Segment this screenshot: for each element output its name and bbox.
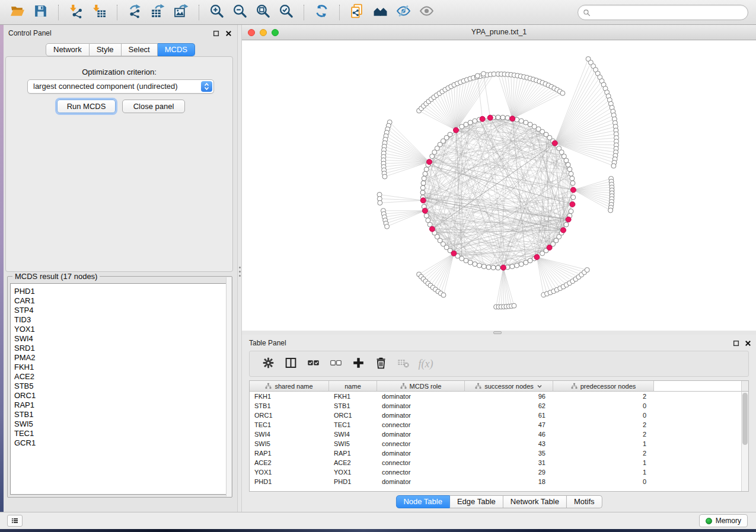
tab-select[interactable]: Select [122, 43, 158, 56]
mcds-result-item[interactable]: YOX1 [11, 325, 229, 334]
criterion-select[interactable]: largest connected component (undirected) [27, 79, 214, 94]
float-panel-button[interactable] [212, 30, 219, 37]
table-scroll-corner [741, 381, 748, 392]
import-network-button[interactable] [65, 2, 88, 23]
column-header-MCDS-role[interactable]: MCDS role [377, 381, 465, 392]
tab-mcds[interactable]: MCDS [158, 43, 195, 56]
search-field[interactable] [578, 5, 748, 20]
apply-layout-button[interactable] [310, 2, 333, 23]
table-row[interactable]: FKH1FKH1dominator962 [250, 392, 741, 401]
table-row[interactable]: SWI5SWI5connector431 [250, 439, 741, 448]
mcds-result-item[interactable]: STB1 [11, 410, 229, 419]
memory-button[interactable]: Memory [699, 514, 748, 527]
search-input[interactable] [594, 8, 743, 17]
mcds-result-item[interactable]: RAP1 [11, 400, 229, 410]
mcds-result-item[interactable]: FKH1 [11, 363, 229, 372]
mcds-result-item[interactable]: ACE2 [11, 372, 229, 382]
tab-edge-table[interactable]: Edge Table [450, 495, 503, 508]
tab-style[interactable]: Style [90, 43, 122, 56]
horizontal-splitter[interactable] [242, 331, 756, 335]
hide-selected-button[interactable] [392, 2, 415, 23]
column-header-shared-name[interactable]: shared name [250, 381, 329, 392]
mcds-result-item[interactable]: CAR1 [11, 296, 229, 306]
show-all-button[interactable] [415, 2, 438, 23]
mcds-result-item[interactable]: SWI5 [11, 419, 229, 429]
table-toolbar: f(x) [249, 351, 749, 377]
mcds-result-item[interactable]: PHD1 [11, 284, 229, 296]
vertical-splitter[interactable] [237, 25, 242, 512]
save-session-button[interactable] [29, 2, 52, 23]
table-cell: ORC1 [250, 411, 329, 420]
export-image-icon [174, 4, 189, 21]
tab-motifs[interactable]: Motifs [567, 495, 602, 508]
toolbar-separator [117, 5, 117, 20]
table-settings-button[interactable] [257, 353, 279, 374]
close-panel-button[interactable] [225, 30, 232, 37]
table-cell: 47 [465, 420, 553, 430]
column-header-predecessor-nodes[interactable]: predecessor nodes [553, 381, 654, 392]
export-table-button[interactable] [146, 2, 170, 23]
table-row[interactable]: ORC1ORC1dominator610 [250, 411, 741, 420]
run-mcds-button[interactable]: Run MCDS [57, 100, 116, 113]
mcds-result-scrollbar[interactable] [226, 277, 231, 496]
open-file-button[interactable] [6, 2, 29, 23]
mcds-result-item[interactable]: SRD1 [11, 344, 229, 353]
shared-column-icon [475, 383, 481, 389]
column-header-name[interactable]: name [329, 381, 377, 392]
zoom-selected-icon [279, 4, 294, 21]
mcds-result-list[interactable]: PHD1CAR1STP4TID3YOX1SWI4SRD1PMA2FKH1ACE2… [10, 283, 229, 495]
zoom-selected-button[interactable] [275, 2, 298, 23]
split-panel-button[interactable] [279, 353, 302, 374]
table-scrollbar[interactable] [741, 392, 748, 491]
zoom-out-button[interactable] [228, 2, 251, 23]
table-float-button[interactable] [732, 339, 739, 347]
table-row[interactable]: TEC1TEC1connector472 [250, 420, 741, 430]
export-image-button[interactable] [170, 2, 193, 23]
import-table-button[interactable] [88, 2, 111, 23]
table-row[interactable]: SWI4SWI4dominator462 [250, 430, 741, 439]
column-header-label: successor nodes [484, 383, 534, 390]
mcds-result-item[interactable]: GCR1 [11, 438, 229, 448]
zoom-fit-button[interactable] [251, 2, 275, 23]
tab-network-table[interactable]: Network Table [503, 495, 567, 508]
toolbar-separator [304, 5, 304, 20]
table-row[interactable]: YOX1YOX1connector291 [250, 467, 741, 477]
clear-selection-button[interactable] [324, 353, 347, 374]
copy-network-button[interactable] [346, 2, 369, 23]
delete-table-button [392, 353, 414, 374]
table-row[interactable]: RAP1RAP1dominator352 [250, 448, 741, 458]
first-neighbors-button[interactable] [369, 2, 392, 23]
table-panel: Table Panel f(x) shared namenameMCDS rol… [242, 335, 756, 512]
add-column-button[interactable] [347, 353, 369, 374]
mcds-result-item[interactable]: SWI4 [11, 334, 229, 344]
table-row[interactable]: PHD1PHD1dominator180 [250, 477, 741, 486]
criterion-select-value: largest connected component (undirected) [33, 82, 178, 91]
mcds-result-item[interactable]: STB5 [11, 382, 229, 391]
mcds-result-item[interactable]: ORC1 [11, 391, 229, 400]
column-header-filler [654, 381, 741, 392]
column-header-successor-nodes[interactable]: successor nodes [465, 381, 553, 392]
network-canvas[interactable] [242, 40, 756, 331]
node-table-header: shared namenameMCDS rolesuccessor nodesp… [250, 381, 741, 392]
export-network-button[interactable] [123, 2, 146, 23]
table-cell: 0 [553, 477, 654, 486]
close-panel-button-mcds[interactable]: Close panel [122, 100, 185, 113]
tab-node-table[interactable]: Node Table [395, 495, 450, 508]
table-scrollbar-thumb[interactable] [742, 393, 748, 445]
mcds-result-item[interactable]: TEC1 [11, 429, 229, 438]
mcds-result-item[interactable]: STP4 [11, 306, 229, 315]
mcds-result-item[interactable]: TID3 [11, 315, 229, 325]
tab-network[interactable]: Network [46, 43, 90, 56]
select-all-button[interactable] [302, 353, 324, 374]
zoom-in-button[interactable] [205, 2, 228, 23]
table-cell: dominator [377, 477, 465, 486]
delete-column-button[interactable] [369, 353, 392, 374]
task-history-button[interactable] [7, 515, 23, 527]
column-header-label: shared name [275, 383, 312, 390]
table-row[interactable]: ACE2ACE2connector311 [250, 458, 741, 467]
network-window-titlebar[interactable]: YPA_prune.txt_1 [242, 25, 756, 40]
import-table-icon [92, 4, 107, 21]
table-row[interactable]: STB1STB1dominator620 [250, 401, 741, 411]
mcds-result-item[interactable]: PMA2 [11, 353, 229, 363]
table-close-button[interactable] [744, 339, 751, 347]
